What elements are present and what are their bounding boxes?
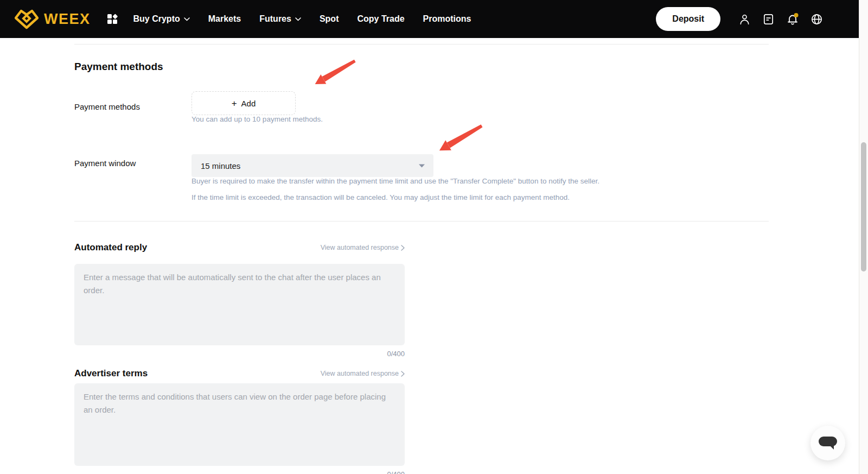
annotation-arrow [313,58,356,88]
payment-window-value: 15 minutes [201,161,419,170]
payment-window-helper-2: If the time limit is exceeded, the trans… [192,193,570,201]
payment-methods-label: Payment methods [74,102,140,111]
view-automated-response-link[interactable]: View automated response [74,370,405,377]
page-scrollbar-track[interactable] [859,0,868,474]
divider [74,221,769,222]
payment-settings-page: Payment methods Payment methods + Add Yo… [0,0,859,474]
chat-support-button[interactable] [810,426,845,460]
payment-window-helper-1: Buyer is required to make the transfer w… [192,177,599,185]
add-button-label: Add [241,99,256,108]
advertiser-terms-counter: 0/400 [74,470,405,474]
add-payment-method-button[interactable]: + Add [192,91,296,115]
payment-window-label: Payment window [74,159,136,168]
payment-window-select[interactable]: 15 minutes [192,154,433,177]
chevron-right-icon [401,371,405,377]
divider [74,44,769,45]
view-automated-response-link[interactable]: View automated response [74,244,405,251]
caret-down-icon [419,164,425,168]
automated-reply-textarea[interactable] [74,264,405,345]
annotation-arrow [437,124,483,153]
automated-reply-counter: 0/400 [74,350,405,358]
payment-methods-helper: You can add up to 10 payment methods. [192,115,323,123]
link-label: View automated response [321,244,399,251]
chevron-right-icon [401,245,405,251]
chat-bubble-icon [818,435,838,451]
page-scrollbar-thumb[interactable] [861,142,866,271]
link-label: View automated response [321,370,399,377]
plus-icon: + [232,99,237,108]
page-title: Payment methods [74,61,163,73]
advertiser-terms-textarea[interactable] [74,383,405,466]
